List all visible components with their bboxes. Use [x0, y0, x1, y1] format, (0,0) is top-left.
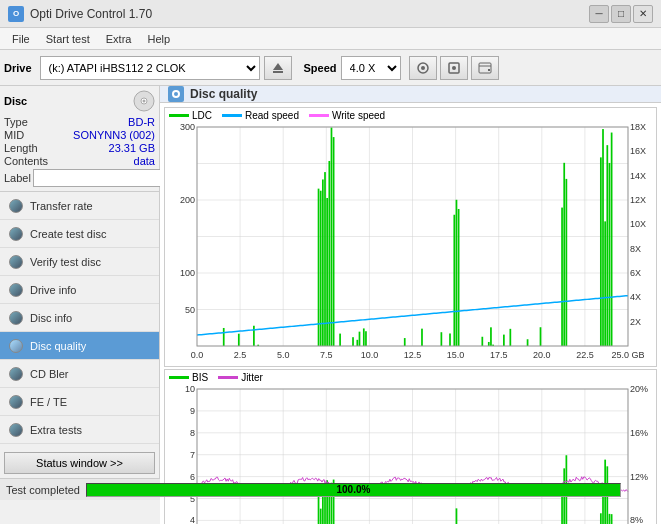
sidebar-item-label: Verify test disc: [30, 256, 101, 268]
sidebar-item-label: Disc quality: [30, 340, 86, 352]
cd-bler-icon: [8, 366, 24, 382]
svg-point-11: [143, 100, 146, 103]
disc-type-label: Type: [4, 116, 28, 128]
content-area: Disc quality LDC Read speed Wri: [160, 86, 661, 478]
write-speed-legend-label: Write speed: [332, 110, 385, 121]
write-speed-legend: Write speed: [309, 110, 385, 121]
chart-title: Disc quality: [190, 87, 257, 101]
bis-legend: BIS: [169, 372, 208, 383]
read-speed-legend-label: Read speed: [245, 110, 299, 121]
disc-header: Disc: [4, 90, 155, 112]
disc-contents-label: Contents: [4, 155, 48, 167]
drive-label: Drive: [4, 62, 32, 74]
drive-info-icon: [8, 282, 24, 298]
sidebar-item-label: Drive info: [30, 284, 76, 296]
drive-icon-1[interactable]: [409, 56, 437, 80]
maximize-button[interactable]: □: [611, 5, 631, 23]
sidebar-item-label: Extra tests: [30, 424, 82, 436]
status-text: Test completed: [6, 484, 80, 496]
disc-icon: [133, 90, 155, 112]
progress-bar: 100.0%: [86, 483, 621, 497]
drive-icon-2[interactable]: [440, 56, 468, 80]
disc-length-row: Length 23.31 GB: [4, 142, 155, 154]
svg-rect-1: [273, 71, 283, 73]
disc-info-icon: [8, 310, 24, 326]
write-speed-legend-color: [309, 114, 329, 117]
sidebar-item-label: Create test disc: [30, 228, 106, 240]
bottom-chart-container: BIS Jitter: [164, 369, 657, 524]
eject-button[interactable]: [264, 56, 292, 80]
bottom-legend: BIS Jitter: [165, 370, 656, 385]
drivebar: Drive (k:) ATAPI iHBS112 2 CLOK Speed 4.…: [0, 50, 661, 86]
create-test-disc-icon: [8, 226, 24, 242]
speed-select[interactable]: 4.0 X: [341, 56, 401, 80]
top-chart-container: LDC Read speed Write speed: [164, 107, 657, 367]
sidebar-item-disc-info[interactable]: Disc info: [0, 304, 159, 332]
svg-point-5: [452, 66, 456, 70]
svg-marker-0: [273, 63, 283, 70]
svg-rect-6: [479, 63, 491, 73]
top-chart-canvas: [165, 123, 656, 366]
disc-label-row: Label: [4, 169, 155, 187]
sidebar-item-drive-info[interactable]: Drive info: [0, 276, 159, 304]
menu-extra[interactable]: Extra: [98, 31, 140, 47]
disc-mid-label: MID: [4, 129, 24, 141]
disc-label-label: Label: [4, 172, 31, 184]
minimize-button[interactable]: ─: [589, 5, 609, 23]
top-legend: LDC Read speed Write speed: [165, 108, 656, 123]
disc-contents-value: data: [134, 155, 155, 167]
titlebar-left: O Opti Drive Control 1.70: [8, 6, 152, 22]
disc-mid-row: MID SONYNN3 (002): [4, 129, 155, 141]
disc-mid-value: SONYNN3 (002): [73, 129, 155, 141]
status-window-button[interactable]: Status window >>: [4, 452, 155, 474]
disc-label-input[interactable]: [33, 169, 166, 187]
titlebar: O Opti Drive Control 1.70 ─ □ ✕: [0, 0, 661, 28]
extra-tests-icon: [8, 422, 24, 438]
sidebar-item-extra-tests[interactable]: Extra tests: [0, 416, 159, 444]
chart-header-icon: [168, 86, 184, 102]
disc-length-value: 23.31 GB: [109, 142, 155, 154]
drive-icon-3[interactable]: [471, 56, 499, 80]
sidebar-item-verify-test-disc[interactable]: Verify test disc: [0, 248, 159, 276]
sidebar-item-create-test-disc[interactable]: Create test disc: [0, 220, 159, 248]
fe-te-icon: [8, 394, 24, 410]
menu-file[interactable]: File: [4, 31, 38, 47]
jitter-legend-label: Jitter: [241, 372, 263, 383]
disc-length-label: Length: [4, 142, 38, 154]
jitter-legend: Jitter: [218, 372, 263, 383]
sidebar-item-label: Transfer rate: [30, 200, 93, 212]
drive-select[interactable]: (k:) ATAPI iHBS112 2 CLOK: [40, 56, 260, 80]
ldc-legend-label: LDC: [192, 110, 212, 121]
chart-header: Disc quality: [160, 86, 661, 103]
svg-rect-8: [488, 69, 490, 71]
main-layout: Disc Type BD-R MID SONYNN3 (002) Length …: [0, 86, 661, 478]
ldc-legend: LDC: [169, 110, 212, 121]
disc-quality-icon: [8, 338, 24, 354]
menu-start-test[interactable]: Start test: [38, 31, 98, 47]
app-icon: O: [8, 6, 24, 22]
sidebar-item-disc-quality[interactable]: Disc quality: [0, 332, 159, 360]
verify-test-disc-icon: [8, 254, 24, 270]
sidebar-item-cd-bler[interactable]: CD Bler: [0, 360, 159, 388]
bis-legend-label: BIS: [192, 372, 208, 383]
app-title: Opti Drive Control 1.70: [30, 7, 152, 21]
charts-area: LDC Read speed Write speed: [160, 103, 661, 524]
disc-contents-row: Contents data: [4, 155, 155, 167]
bottom-chart-canvas: [165, 385, 656, 524]
disc-title: Disc: [4, 95, 27, 107]
disc-panel: Disc Type BD-R MID SONYNN3 (002) Length …: [0, 86, 159, 192]
read-speed-legend: Read speed: [222, 110, 299, 121]
progress-text: 100.0%: [87, 484, 620, 496]
transfer-rate-icon: [8, 198, 24, 214]
menu-help[interactable]: Help: [139, 31, 178, 47]
disc-type-row: Type BD-R: [4, 116, 155, 128]
disc-type-value: BD-R: [128, 116, 155, 128]
sidebar-item-label: CD Bler: [30, 368, 69, 380]
sidebar: Disc Type BD-R MID SONYNN3 (002) Length …: [0, 86, 160, 478]
sidebar-item-fe-te[interactable]: FE / TE: [0, 388, 159, 416]
sidebar-item-transfer-rate[interactable]: Transfer rate: [0, 192, 159, 220]
drive-icons: [409, 56, 499, 80]
read-speed-legend-color: [222, 114, 242, 117]
close-button[interactable]: ✕: [633, 5, 653, 23]
ldc-legend-color: [169, 114, 189, 117]
